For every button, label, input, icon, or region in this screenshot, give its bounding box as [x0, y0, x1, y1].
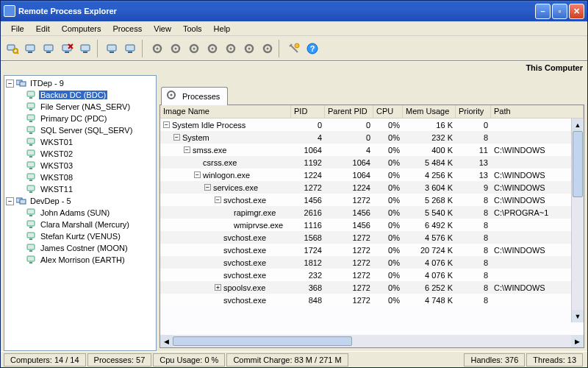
cell-mem: 5 540 K	[403, 208, 456, 217]
toolbar-gear-a[interactable]	[148, 40, 166, 57]
scroll-right-icon[interactable]: ▶	[571, 335, 584, 347]
scroll-thumb-h[interactable]	[173, 336, 352, 346]
toolbar-gear-find[interactable]	[259, 40, 276, 57]
horizontal-scrollbar[interactable]: ◀ ▶	[160, 335, 584, 347]
tree-item[interactable]: SQL Server (SQL_SERV)	[6, 124, 154, 136]
tree-item[interactable]: WKST02	[6, 148, 154, 160]
menu-view[interactable]: View	[148, 23, 177, 35]
maximize-button[interactable]: ▫	[552, 4, 567, 19]
tree-group[interactable]: −ITDep - 9	[6, 77, 154, 89]
menu-tools[interactable]: Tools	[177, 23, 208, 35]
column-header[interactable]: CPU	[373, 105, 403, 118]
menu-help[interactable]: Help	[208, 23, 237, 35]
list-header[interactable]: Image NamePIDParent PIDCPUMem UsagePrior…	[160, 105, 584, 118]
process-row[interactable]: wmiprvse.exe111614560%6 492 K8	[160, 219, 584, 231]
tree-group[interactable]: −DevDep - 5	[6, 195, 154, 207]
tree-item[interactable]: WKST08	[6, 171, 154, 183]
toolbar-gear-down[interactable]	[204, 40, 221, 57]
toolbar-computer-list[interactable]	[77, 40, 95, 57]
tree-item[interactable]: Backuo DC (BDC)	[6, 89, 154, 101]
collapse-icon[interactable]: −	[204, 184, 211, 191]
toolbar-find-computer[interactable]	[4, 40, 21, 57]
toolbar-computer-a[interactable]	[22, 40, 40, 57]
collapse-icon[interactable]: −	[215, 197, 221, 203]
svg-rect-65	[29, 262, 32, 263]
menu-edit[interactable]: Edit	[30, 23, 56, 35]
toolbar-help[interactable]: ?	[304, 40, 321, 57]
column-header[interactable]: PID	[291, 105, 325, 118]
cell-cpu: 0%	[373, 283, 403, 292]
process-row[interactable]: −System400%232 K8	[160, 131, 584, 144]
list-body[interactable]: −System Idle Process000%16 K0−System400%…	[160, 118, 584, 335]
process-name: winlogon.exe	[203, 171, 250, 180]
vertical-scrollbar[interactable]: ▲ ▼	[571, 118, 584, 322]
minimize-button[interactable]: –	[535, 4, 551, 19]
tree-item[interactable]: WKST01	[6, 136, 154, 148]
tree-item[interactable]: John Adams (SUN)	[6, 207, 154, 219]
tree-item[interactable]: Alex Morrison (EARTH)	[6, 254, 154, 266]
collapse-icon[interactable]: −	[6, 197, 14, 205]
menu-bar: FileEditComputersProcessViewToolsHelp	[1, 21, 587, 36]
column-header[interactable]: Parent PID	[325, 105, 373, 118]
column-header[interactable]: Mem Usage	[403, 105, 456, 118]
cell-pri: 0	[456, 121, 491, 130]
tree-item[interactable]: File Server (NAS_SERV)	[6, 101, 154, 113]
tree-item[interactable]: Stefan Kurtz (VENUS)	[6, 230, 154, 242]
toolbar-tools[interactable]	[285, 40, 303, 57]
svg-rect-56	[27, 209, 35, 214]
menu-process[interactable]: Process	[107, 23, 148, 35]
process-row[interactable]: −winlogon.exe122410640%4 256 K13C:\WINDO…	[160, 169, 584, 181]
title-bar[interactable]: Remote Process Explorer – ▫ ✕	[1, 1, 587, 21]
process-row[interactable]: −services.exe127212240%3 604 K9C:\WINDOW…	[160, 181, 584, 194]
scroll-down-icon[interactable]: ▼	[572, 310, 584, 322]
scroll-left-icon[interactable]: ◀	[160, 335, 173, 347]
tree-item[interactable]: Primary DC (PDC)	[6, 113, 154, 124]
process-row[interactable]: −smss.exe106440%400 K11C:\WINDOWS	[160, 144, 584, 156]
process-row[interactable]: svchost.exe172412720%20 724 K8C:\WINDOWS	[160, 244, 584, 256]
toolbar-gear-right[interactable]	[222, 40, 240, 57]
tree-item[interactable]: WKST03	[6, 160, 154, 171]
cell-mem: 16 K	[403, 121, 456, 130]
toolbar-computer-b[interactable]	[40, 40, 58, 57]
expand-icon[interactable]: +	[215, 284, 221, 291]
svg-rect-47	[29, 156, 32, 158]
column-header[interactable]: Priority	[456, 105, 491, 118]
process-row[interactable]: −svchost.exe145612720%5 268 K8C:\WINDOWS	[160, 194, 584, 206]
collapse-icon[interactable]: −	[194, 171, 201, 178]
tab-processes[interactable]: Processes	[161, 87, 228, 105]
toolbar-gear-x[interactable]	[185, 40, 203, 57]
process-row[interactable]: +spoolsv.exe36812720%6 252 K8C:\WINDOWS	[160, 281, 584, 294]
svg-rect-11	[81, 45, 90, 51]
process-row[interactable]: svchost.exe181212720%4 076 K8	[160, 256, 584, 269]
collapse-icon[interactable]: −	[173, 134, 180, 141]
scroll-thumb[interactable]	[573, 131, 583, 197]
tree-item[interactable]: WKST11	[6, 183, 154, 195]
column-header[interactable]: Path	[491, 105, 584, 118]
computer-tree[interactable]: −ITDep - 9Backuo DC (BDC)File Server (NA…	[4, 75, 157, 351]
menu-file[interactable]: File	[5, 23, 30, 35]
collapse-icon[interactable]: −	[184, 146, 190, 153]
toolbar-gear-q[interactable]	[240, 40, 258, 57]
process-row[interactable]: rapimgr.exe261614560%5 540 K8C:\PROGRA~1	[160, 206, 584, 219]
tree-label: WKST01	[39, 138, 74, 146]
computer-a-icon	[24, 42, 37, 55]
tree-item[interactable]: James Costner (MOON)	[6, 242, 154, 254]
collapse-icon[interactable]: −	[6, 79, 14, 88]
toolbar-computer-refresh[interactable]	[104, 40, 121, 57]
toolbar-gear-b[interactable]	[167, 40, 184, 57]
scroll-up-icon[interactable]: ▲	[572, 118, 584, 131]
tree-item[interactable]: Clara Marshall (Mercury)	[6, 219, 154, 230]
process-row[interactable]: svchost.exe156812720%4 576 K8	[160, 231, 584, 244]
menu-computers[interactable]: Computers	[56, 23, 107, 35]
computer-icon	[26, 220, 37, 229]
close-button[interactable]: ✕	[569, 4, 584, 19]
tree-label: WKST02	[39, 149, 74, 158]
process-row[interactable]: svchost.exe23212720%4 076 K8	[160, 269, 584, 281]
process-row[interactable]: csrss.exe119210640%5 484 K13	[160, 156, 584, 169]
toolbar-computer-x[interactable]	[59, 40, 76, 57]
collapse-icon[interactable]: −	[163, 121, 170, 128]
process-row[interactable]: svchost.exe84812720%4 748 K8	[160, 294, 584, 306]
toolbar-computer-disabled[interactable]	[122, 40, 140, 57]
column-header[interactable]: Image Name	[160, 105, 291, 118]
process-row[interactable]: −System Idle Process000%16 K0	[160, 118, 584, 131]
